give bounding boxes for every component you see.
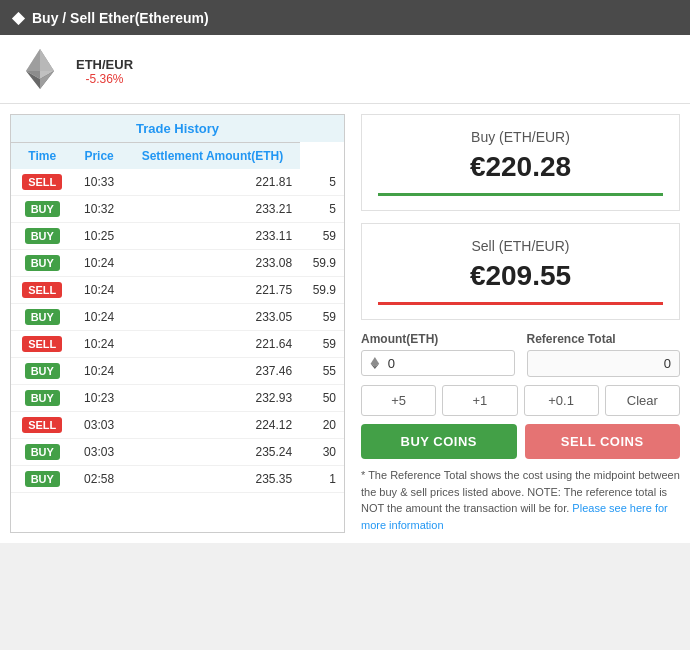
- trade-price: 233.11: [125, 223, 300, 250]
- sell-underline: [378, 302, 663, 305]
- title-icon: ◆: [12, 8, 24, 27]
- trade-price: 233.05: [125, 304, 300, 331]
- quick-btn-plus01[interactable]: +0.1: [524, 385, 599, 416]
- trade-time: 10:33: [73, 169, 124, 196]
- ref-total-label: Reference Total: [527, 332, 681, 346]
- trade-amount: 59.9: [300, 250, 344, 277]
- amount-group: Amount(ETH): [361, 332, 515, 377]
- type-badge: BUY: [25, 309, 60, 325]
- sell-price-value: €209.55: [378, 260, 663, 292]
- trade-history-panel: Trade History Time Price Settlement Amou…: [10, 114, 345, 533]
- main-layout: Trade History Time Price Settlement Amou…: [0, 104, 690, 543]
- table-row: BUY 10:24 233.05 59: [11, 304, 344, 331]
- table-row: SELL 10:24 221.75 59.9: [11, 277, 344, 304]
- trade-price: 224.12: [125, 412, 300, 439]
- sell-coins-button[interactable]: SELL COINS: [525, 424, 681, 459]
- trade-amount: 55: [300, 358, 344, 385]
- table-row: SELL 10:33 221.81 5: [11, 169, 344, 196]
- type-badge: BUY: [25, 255, 60, 271]
- coin-change: -5.36%: [86, 72, 124, 86]
- ref-total-group: Reference Total: [527, 332, 681, 377]
- trade-time: 10:25: [73, 223, 124, 250]
- ref-total-input[interactable]: [527, 350, 681, 377]
- trade-price: 237.46: [125, 358, 300, 385]
- buy-underline: [378, 193, 663, 196]
- amount-label: Amount(ETH): [361, 332, 515, 346]
- trade-time: 10:24: [73, 331, 124, 358]
- svg-marker-4: [26, 49, 54, 71]
- coin-pair: ETH/EUR: [76, 57, 133, 72]
- trade-type: BUY: [11, 439, 73, 466]
- buy-price-value: €220.28: [378, 151, 663, 183]
- trade-price: 221.64: [125, 331, 300, 358]
- trade-amount: 59: [300, 331, 344, 358]
- trade-time: 10:24: [73, 250, 124, 277]
- trade-amount: 59.9: [300, 277, 344, 304]
- trade-time: 10:24: [73, 304, 124, 331]
- amount-input-wrap[interactable]: [361, 350, 515, 376]
- trade-amount: 5: [300, 169, 344, 196]
- trade-time: 10:24: [73, 358, 124, 385]
- trade-type: SELL: [11, 412, 73, 439]
- buy-price-label: Buy (ETH/EUR): [378, 129, 663, 145]
- col-price: Price: [73, 143, 124, 170]
- trade-time: 10:32: [73, 196, 124, 223]
- trade-price: 235.24: [125, 439, 300, 466]
- type-badge: BUY: [25, 390, 60, 406]
- table-row: BUY 10:23 232.93 50: [11, 385, 344, 412]
- buy-price-card: Buy (ETH/EUR) €220.28: [361, 114, 680, 211]
- coin-header: ETH/EUR -5.36%: [0, 35, 690, 104]
- sell-price-card: Sell (ETH/EUR) €209.55: [361, 223, 680, 320]
- eth-small-icon: [368, 355, 382, 371]
- trade-amount: 20: [300, 412, 344, 439]
- trade-time: 10:23: [73, 385, 124, 412]
- trade-type: BUY: [11, 466, 73, 493]
- trade-history-title: Trade History: [11, 115, 344, 142]
- trade-type: SELL: [11, 331, 73, 358]
- trade-type: SELL: [11, 277, 73, 304]
- type-badge: BUY: [25, 444, 60, 460]
- trade-amount: 30: [300, 439, 344, 466]
- trade-price: 232.93: [125, 385, 300, 412]
- trade-time: 03:03: [73, 439, 124, 466]
- col-amount: Settlement Amount(ETH): [125, 143, 300, 170]
- order-form: Amount(ETH) Reference Total: [361, 332, 680, 533]
- table-row: BUY 10:24 237.46 55: [11, 358, 344, 385]
- trade-type: BUY: [11, 304, 73, 331]
- trade-price: 233.21: [125, 196, 300, 223]
- table-row: BUY 03:03 235.24 30: [11, 439, 344, 466]
- trade-amount: 59: [300, 223, 344, 250]
- table-row: BUY 10:32 233.21 5: [11, 196, 344, 223]
- right-panel: Buy (ETH/EUR) €220.28 Sell (ETH/EUR) €20…: [361, 114, 680, 533]
- trade-table: Time Price Settlement Amount(ETH) SELL 1…: [11, 142, 344, 493]
- type-badge: BUY: [25, 228, 60, 244]
- buy-coins-button[interactable]: BUY COINS: [361, 424, 517, 459]
- clear-button[interactable]: Clear: [605, 385, 680, 416]
- trade-amount: 59: [300, 304, 344, 331]
- trade-amount: 5: [300, 196, 344, 223]
- type-badge: SELL: [22, 282, 62, 298]
- type-badge: BUY: [25, 363, 60, 379]
- table-row: BUY 02:58 235.35 1: [11, 466, 344, 493]
- type-badge: BUY: [25, 201, 60, 217]
- amount-input[interactable]: [388, 356, 508, 371]
- action-buttons-row: BUY COINS SELL COINS: [361, 424, 680, 459]
- trade-price: 235.35: [125, 466, 300, 493]
- type-badge: SELL: [22, 417, 62, 433]
- trade-type: BUY: [11, 358, 73, 385]
- trade-time: 03:03: [73, 412, 124, 439]
- title-bar: ◆ Buy / Sell Ether(Ethereum): [0, 0, 690, 35]
- table-row: SELL 10:24 221.64 59: [11, 331, 344, 358]
- trade-amount: 50: [300, 385, 344, 412]
- col-time: Time: [11, 143, 73, 170]
- trade-amount: 1: [300, 466, 344, 493]
- quick-btn-plus5[interactable]: +5: [361, 385, 436, 416]
- trade-type: BUY: [11, 223, 73, 250]
- quick-buttons-row: +5 +1 +0.1 Clear: [361, 385, 680, 416]
- table-row: SELL 03:03 224.12 20: [11, 412, 344, 439]
- trade-price: 221.75: [125, 277, 300, 304]
- trade-price: 221.81: [125, 169, 300, 196]
- trade-time: 02:58: [73, 466, 124, 493]
- trade-type: BUY: [11, 385, 73, 412]
- quick-btn-plus1[interactable]: +1: [442, 385, 517, 416]
